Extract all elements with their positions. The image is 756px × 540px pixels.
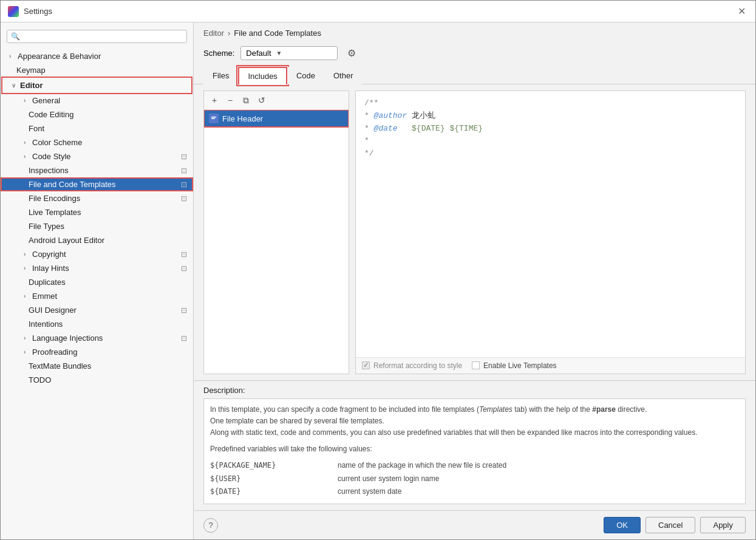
copy-icon: ⊡: [181, 264, 187, 273]
sidebar-item-live-templates[interactable]: Live Templates: [1, 205, 193, 219]
copy-template-button[interactable]: ⧉: [239, 94, 253, 107]
template-icon: [209, 114, 219, 123]
sidebar-item-file-code-templates[interactable]: File and Code Templates ⊡: [1, 177, 193, 191]
ok-button[interactable]: OK: [604, 517, 641, 533]
var-desc: current system date: [338, 486, 401, 497]
tab-files[interactable]: Files: [203, 67, 238, 84]
gear-button[interactable]: ⚙: [344, 45, 359, 61]
chevron-icon: ›: [24, 335, 30, 341]
sidebar-item-file-encodings[interactable]: File Encodings ⊡: [1, 191, 193, 205]
code-editor[interactable]: /** * @author 龙小虬 * @date ${DATE} ${TIME…: [356, 91, 745, 357]
list-toolbar: + − ⧉ ↺: [204, 91, 349, 110]
sidebar-item-general[interactable]: › General: [1, 94, 193, 108]
sidebar-item-keymap[interactable]: Keymap: [1, 63, 193, 77]
var-row: ${PACKAGE_NAME} name of the package in w…: [210, 460, 739, 471]
sidebar-item-emmet[interactable]: › Emmet: [1, 289, 193, 303]
reset-template-button[interactable]: ↺: [255, 94, 268, 107]
sidebar-item-label: General: [32, 96, 60, 105]
sidebar-item-label: File and Code Templates: [29, 180, 116, 189]
help-button[interactable]: ?: [203, 518, 218, 533]
sidebar-item-code-style[interactable]: › Code Style ⊡: [1, 149, 193, 163]
sidebar-item-label: Inlay Hints: [32, 264, 69, 273]
template-list-panel: + − ⧉ ↺: [203, 91, 349, 374]
close-button[interactable]: ✕: [735, 5, 748, 18]
sidebar-item-editor[interactable]: ∨ Editor: [3, 78, 191, 92]
template-list: File Header: [204, 110, 349, 374]
variables-table: ${PACKAGE_NAME} name of the package in w…: [210, 460, 739, 497]
sidebar-item-font[interactable]: Font: [1, 121, 193, 135]
copy-icon: ⊡: [181, 334, 187, 343]
sidebar-item-label: Keymap: [16, 66, 46, 75]
sidebar-item-gui-designer[interactable]: GUI Designer ⊡: [1, 303, 193, 317]
sidebar-item-copyright[interactable]: › Copyright ⊡: [1, 247, 193, 261]
description-predefined-intro: Predefined variables will take the follo…: [210, 443, 739, 455]
sidebar-item-inlay-hints[interactable]: › Inlay Hints ⊡: [1, 261, 193, 275]
sidebar-item-android-layout[interactable]: Android Layout Editor: [1, 233, 193, 247]
chevron-icon: ›: [24, 139, 30, 146]
sidebar-item-file-types[interactable]: File Types: [1, 219, 193, 233]
sidebar-item-label: Proofreading: [32, 347, 77, 357]
sidebar-item-color-scheme[interactable]: › Color Scheme: [1, 135, 193, 149]
sidebar-item-proofreading[interactable]: › Proofreading: [1, 345, 193, 359]
reformat-checkbox[interactable]: [362, 361, 370, 369]
var-row: ${USER} current user system login name: [210, 473, 739, 485]
sidebar-item-duplicates[interactable]: Duplicates: [1, 275, 193, 289]
breadcrumb-separator: ›: [228, 29, 230, 38]
code-line-2: * @author 龙小虬: [364, 110, 737, 123]
svg-rect-2: [211, 118, 215, 120]
search-box[interactable]: 🔍: [7, 30, 187, 43]
cancel-button[interactable]: Cancel: [645, 517, 695, 533]
chevron-icon: ›: [9, 53, 15, 60]
sidebar-item-code-editing[interactable]: Code Editing: [1, 108, 193, 121]
tab-code[interactable]: Code: [287, 67, 324, 84]
sidebar: 🔍 › Appearance & Behavior Keymap ∨ Edito…: [1, 22, 194, 539]
sidebar-item-label: File Types: [29, 222, 64, 231]
sidebar-item-inspections[interactable]: Inspections ⊡: [1, 163, 193, 177]
copy-icon: ⊡: [181, 166, 187, 175]
title-bar-left: Settings: [8, 6, 52, 17]
sidebar-item-label: Copyright: [32, 250, 66, 259]
copy-icon: ⊡: [181, 194, 187, 203]
sidebar-item-textmate-bundles[interactable]: TextMate Bundles: [1, 359, 193, 373]
live-templates-checkbox[interactable]: [472, 361, 480, 369]
copy-icon: ⊡: [181, 306, 187, 315]
sidebar-item-language-injections[interactable]: › Language Injections ⊡: [1, 331, 193, 345]
sidebar-item-label: TextMate Bundles: [29, 361, 91, 371]
breadcrumb-current: File and Code Templates: [234, 29, 321, 38]
chevron-icon: ›: [24, 349, 30, 355]
sidebar-item-appearance[interactable]: › Appearance & Behavior: [1, 49, 193, 63]
search-icon: 🔍: [11, 32, 20, 41]
var-name: ${DATE}: [210, 486, 319, 497]
sidebar-item-todo[interactable]: TODO: [1, 373, 193, 387]
sidebar-item-label: Font: [29, 124, 44, 133]
var-row: ${DATE} current system date: [210, 486, 739, 497]
copy-icon: ⊡: [181, 152, 187, 161]
sidebar-item-label: GUI Designer: [29, 306, 77, 315]
dialog-body: 🔍 › Appearance & Behavior Keymap ∨ Edito…: [1, 22, 755, 539]
description-text: In this template, you can specify a code…: [210, 404, 739, 439]
scheme-row: Scheme: Default ▼ ⚙: [194, 41, 755, 67]
list-item[interactable]: File Header: [204, 110, 349, 127]
var-name: ${PACKAGE_NAME}: [210, 460, 319, 471]
chevron-icon: ›: [24, 265, 30, 272]
reformat-label: Reformat according to style: [373, 361, 462, 370]
tab-includes[interactable]: Includes: [238, 67, 287, 84]
live-templates-checkbox-row: Enable Live Templates: [472, 361, 557, 370]
sidebar-item-label: Color Scheme: [32, 138, 82, 147]
tab-other[interactable]: Other: [324, 67, 363, 84]
scheme-select[interactable]: Default ▼: [240, 46, 338, 60]
content-area: + − ⧉ ↺: [194, 84, 755, 380]
sidebar-item-intentions[interactable]: Intentions: [1, 317, 193, 331]
app-icon: [8, 6, 19, 17]
dropdown-arrow-icon: ▼: [276, 50, 282, 56]
scheme-value: Default: [246, 49, 271, 58]
sidebar-item-label: Emmet: [32, 292, 57, 301]
sidebar-item-label: Appearance & Behavior: [18, 52, 101, 61]
sidebar-item-label: Language Injections: [32, 333, 103, 343]
search-input[interactable]: [22, 32, 183, 41]
remove-template-button[interactable]: −: [223, 94, 237, 107]
var-desc: current user system login name: [338, 473, 439, 485]
apply-button[interactable]: Apply: [700, 517, 746, 533]
bottom-bar: ? OK Cancel Apply: [194, 510, 755, 539]
add-template-button[interactable]: +: [208, 94, 221, 107]
